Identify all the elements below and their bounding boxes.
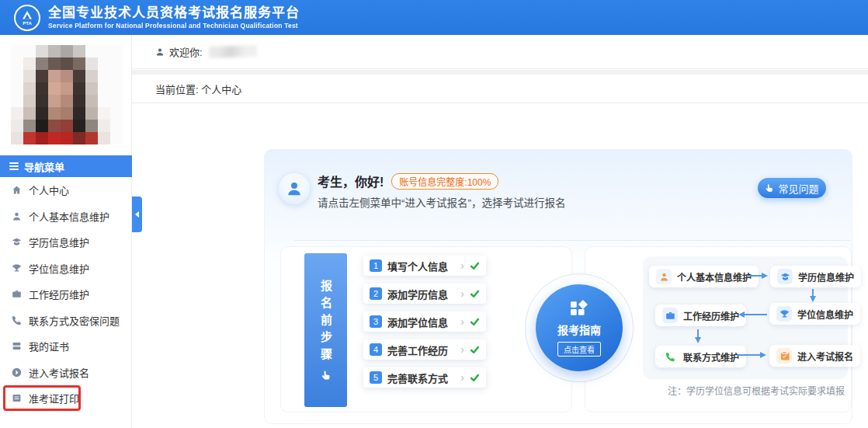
briefcase-icon [662,308,678,323]
step-complete-work[interactable]: 4 完善工作经历 › [363,339,486,360]
flow-node-contact[interactable]: 联系方式维护 [655,346,746,367]
welcome-label: 欢迎你: [169,44,203,59]
app-title: 全国专业技术人员资格考试报名服务平台 [48,5,300,21]
sidebar-item-education-info[interactable]: 学历信息维护 [0,229,132,256]
check-icon [470,373,480,383]
print-icon [12,393,22,403]
user-icon [155,47,165,57]
candidate-avatar [279,173,310,204]
phone-icon [12,315,22,325]
sidebar-item-label: 个人中心 [29,183,69,197]
arrow-right-icon [738,351,767,359]
collapse-arrow-icon [135,211,139,217]
chevron-right-icon: › [460,260,464,271]
arrow-down-icon [694,329,702,343]
steps-banner: 报名前步骤 [304,253,347,407]
breadcrumb: 当前位置: 个人中心 [132,75,868,103]
sidebar-item-label: 进入考试报名 [29,365,89,380]
degree-trophy-icon [12,263,22,273]
guide-title: 报考指南 [557,322,601,337]
user-icon [12,211,22,221]
greeting-title: 考生，你好! [318,172,384,190]
sidebar-item-label: 学历信息维护 [29,235,89,249]
certificate-icon [12,341,22,351]
step-add-degree[interactable]: 3 添加学位信息 › [363,311,486,332]
step-number-badge: 2 [370,287,382,300]
sidebar-item-contact-security[interactable]: 联系方式及密保问题 [0,308,132,334]
faq-button[interactable]: 常见问题 [758,178,826,198]
redacted-username [208,45,256,58]
sidebar: 导航菜单 个人中心 个人基本信息维护 学历信息维护 学位信息维护 工作经历维护 [0,35,132,428]
sidebar-item-degree-info[interactable]: 学位信息维护 [0,256,132,282]
check-icon [470,261,480,271]
flow-note: 注：学历学位信息可根据考试实际要求填报 [668,384,845,397]
clipboard-icon [776,348,792,364]
degree-trophy-icon [776,306,792,322]
greeting-subtitle: 请点击左侧菜单中“进入考试报名”，选择考试进行报名 [318,194,566,210]
briefcase-icon [12,289,22,299]
sidebar-item-enter-exam[interactable]: 进入考试报名 [0,360,132,386]
sidebar-item-basic-info[interactable]: 个人基本信息维护 [0,204,132,230]
arrow-left-icon [738,311,767,318]
screen: PTA 全国专业技术人员资格考试报名服务平台 Service Platform … [0,0,868,428]
nav-menu-header: 导航菜单 [0,155,132,177]
enter-exam-icon [12,367,22,378]
steps-list: 1 填写个人信息 › 2 添加学历信息 › 3 添加学位信息 › [363,256,486,395]
sidebar-item-label: 准考证打印 [29,391,79,405]
step-number-badge: 4 [370,343,382,356]
step-fill-personal-info[interactable]: 1 填写个人信息 › [363,256,486,276]
chevron-right-icon: › [460,288,464,299]
arrow-right-icon [747,272,769,280]
faq-button-label: 常见问题 [778,181,818,196]
chevron-right-icon: › [460,316,464,327]
user-icon [656,269,672,284]
sidebar-item-personal-center[interactable]: 个人中心 [0,177,132,204]
step-add-education[interactable]: 2 添加学历信息 › [363,284,486,304]
breadcrumb-label: 当前位置: 个人中心 [155,82,241,96]
guide-view-button[interactable]: 点击查看 [557,342,601,357]
sidebar-collapse-button[interactable] [132,197,142,232]
user-id-photo [11,45,123,144]
exam-guide-ring: 报考指南 点击查看 [525,273,634,382]
completeness-badge: 账号信息完整度:100% [391,173,498,190]
graduation-cap-icon [777,269,793,284]
step-complete-contact[interactable]: 5 完善联系方式 › [363,367,486,388]
hamburger-icon [9,162,19,170]
step-number-badge: 1 [370,259,382,272]
chevron-right-icon: › [460,344,464,355]
sidebar-item-label: 学位信息维护 [29,261,89,276]
sidebar-item-label: 我的证书 [29,339,69,353]
phone-icon [662,349,678,364]
graduation-cap-icon [12,237,22,247]
flow-node-education[interactable]: 学历信息维护 [770,266,861,287]
step-number-badge: 3 [370,315,382,328]
step-number-badge: 5 [370,371,382,384]
check-icon [470,345,480,355]
check-icon [470,289,480,299]
pointer-hand-icon [321,370,332,381]
flow-node-degree[interactable]: 学位信息维护 [769,303,860,325]
app-subtitle: Service Platform for National Profession… [48,22,300,30]
grid-diamond-icon [570,299,589,318]
sidebar-menu: 个人中心 个人基本信息维护 学历信息维护 学位信息维护 工作经历维护 联系方式及… [0,177,132,412]
sidebar-item-label: 联系方式及密保问题 [29,313,120,328]
sidebar-item-my-certificates[interactable]: 我的证书 [0,333,132,360]
steps-banner-label: 报名前步骤 [318,280,334,365]
arrow-down-icon [809,289,817,302]
welcome-bar: 欢迎你: [132,35,868,69]
sidebar-item-admission-ticket-print[interactable]: 准考证打印 [0,385,132,412]
personal-center-card: 考生，你好! 账号信息完整度:100% 请点击左侧菜单中“进入考试报名”，选择考… [264,149,852,424]
flow-node-work[interactable]: 工作经历维护 [655,304,746,326]
sidebar-item-label: 工作经历维护 [29,287,89,301]
sidebar-item-work-experience[interactable]: 工作经历维护 [0,281,132,308]
sidebar-item-label: 个人基本信息维护 [29,209,109,224]
svg-text:PTA: PTA [23,20,32,25]
flow-node-basic-info[interactable]: 个人基本信息维护 [649,266,759,287]
chevron-right-icon: › [460,372,464,383]
card-divider [294,240,850,241]
platform-logo-icon: PTA [14,5,40,31]
flow-node-enter-exam[interactable]: 进入考试报名 [769,345,860,367]
app-header: PTA 全国专业技术人员资格考试报名服务平台 Service Platform … [0,0,868,35]
home-icon [12,185,22,195]
exam-guide-circle[interactable]: 报考指南 点击查看 [536,284,623,371]
